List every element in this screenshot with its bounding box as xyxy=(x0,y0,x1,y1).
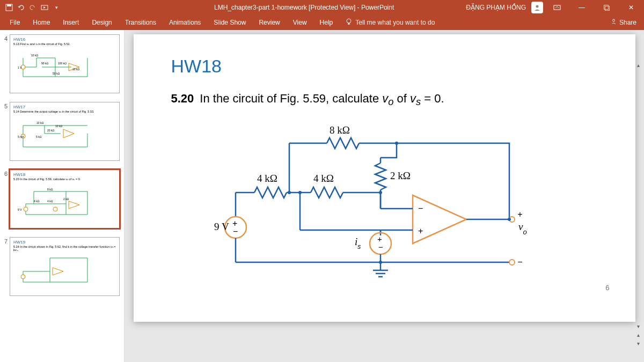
minimize-icon[interactable]: — xyxy=(571,0,592,15)
svg-text:+: + xyxy=(517,210,522,219)
quick-access-toolbar: ▾ xyxy=(0,4,142,11)
problem-statement: 5.20 In the circuit of Fig. 5.59, calcul… xyxy=(171,92,598,108)
window-title: LMH_chapter3-part 1-homework [Protected … xyxy=(142,4,466,11)
thumbnail-preview[interactable]: HW19 5.24 In the circuit shown in Fig. 5… xyxy=(10,237,120,296)
problem-number: 5.20 xyxy=(171,92,194,105)
svg-text:90 kΩ: 90 kΩ xyxy=(41,62,48,65)
svg-text:5 mA: 5 mA xyxy=(18,135,24,138)
svg-text:5 kΩ: 5 kΩ xyxy=(36,135,42,138)
thumbnail-5[interactable]: 5 HW17 5.14 Determine the output voltage… xyxy=(0,100,124,167)
svg-point-9 xyxy=(612,19,614,21)
slide-editor-area[interactable]: HW18 5.20 In the circuit of Fig. 5.59, c… xyxy=(125,30,644,362)
thumbnail-title: HW18 xyxy=(10,170,119,178)
svg-rect-4 xyxy=(554,5,560,10)
qat-dropdown-icon[interactable]: ▾ xyxy=(53,4,60,11)
current-source-label: is xyxy=(355,236,361,250)
svg-point-24 xyxy=(53,207,57,211)
svg-text:10 kΩ: 10 kΩ xyxy=(36,121,43,124)
thumbnail-7[interactable]: 7 HW19 5.24 In the circuit shown in Fig.… xyxy=(0,235,124,302)
output-vo-label: vo xyxy=(518,221,527,236)
svg-point-47 xyxy=(508,218,511,221)
tab-help[interactable]: Help xyxy=(313,15,340,30)
circuit-diagram: 8 kΩ 4 kΩ 4 kΩ 2 kΩ − xyxy=(214,123,558,284)
svg-rect-6 xyxy=(605,6,609,10)
svg-point-48 xyxy=(298,191,302,194)
tab-insert[interactable]: Insert xyxy=(56,15,85,30)
svg-text:100 kΩ: 100 kΩ xyxy=(58,62,67,65)
thumbnail-title: HW19 xyxy=(10,238,119,245)
svg-point-43 xyxy=(288,191,291,194)
start-from-beginning-icon[interactable] xyxy=(41,4,48,11)
close-icon[interactable]: ✕ xyxy=(620,0,642,15)
title-bar: ▾ LMH_chapter3-part 1-homework [Protecte… xyxy=(0,0,644,15)
tab-animations[interactable]: Animations xyxy=(163,15,207,30)
share-button[interactable]: Share xyxy=(603,15,644,30)
scroll-rail: ▴ xyxy=(634,61,643,71)
lightbulb-icon xyxy=(346,18,352,27)
share-label: Share xyxy=(619,19,636,26)
slide-number-badge: 6 xyxy=(605,284,609,292)
svg-text:−: − xyxy=(418,204,423,213)
tab-transitions[interactable]: Transitions xyxy=(119,15,163,30)
thumbnail-number: 6 xyxy=(2,169,10,177)
svg-point-3 xyxy=(536,5,539,8)
svg-text:1 V: 1 V xyxy=(18,66,22,69)
svg-text:50 kΩ: 50 kΩ xyxy=(53,72,60,75)
svg-point-7 xyxy=(347,19,351,23)
svg-text:8 kΩ: 8 kΩ xyxy=(47,188,53,191)
ribbon-display-icon[interactable] xyxy=(546,0,568,15)
thumbnail-4[interactable]: 4 HW16 5.13 Find v₀ and i₀ in the circui… xyxy=(0,32,124,100)
current-slide[interactable]: HW18 5.20 In the circuit of Fig. 5.59, c… xyxy=(134,34,635,322)
share-icon xyxy=(610,18,617,27)
thumbnail-preview[interactable]: HW17 5.14 Determine the output voltage v… xyxy=(10,102,120,161)
slide-thumbnail-panel[interactable]: 4 HW16 5.13 Find v₀ and i₀ in the circui… xyxy=(0,30,125,362)
svg-text:10 kΩ: 10 kΩ xyxy=(55,124,62,128)
tab-review[interactable]: Review xyxy=(252,15,286,30)
tab-home[interactable]: Home xyxy=(26,15,56,30)
save-icon[interactable] xyxy=(5,4,13,11)
thumbnail-preview-active[interactable]: HW18 5.20 In the circuit of Fig. 5.59, c… xyxy=(10,169,120,228)
svg-text:4 kΩ: 4 kΩ xyxy=(47,200,53,203)
svg-point-46 xyxy=(395,142,398,145)
resistor-2k-label: 2 kΩ xyxy=(390,170,411,181)
redo-icon[interactable] xyxy=(29,4,36,11)
avatar-icon[interactable] xyxy=(531,2,543,13)
svg-point-44 xyxy=(379,191,382,194)
svg-rect-1 xyxy=(7,4,11,6)
thumbnail-6[interactable]: 6 HW18 5.20 In the circuit of Fig. 5.59,… xyxy=(0,167,124,235)
thumbnail-number: 7 xyxy=(2,237,10,245)
thumbnail-subtitle: 5.20 In the circuit of Fig. 5.59, calcul… xyxy=(10,178,119,182)
next-slide-icon[interactable]: ▾ xyxy=(634,341,642,348)
maximize-icon[interactable] xyxy=(596,0,617,15)
title-bar-right: ĐẶNG PHẠM HỒNG — ✕ xyxy=(466,0,644,15)
ribbon-tabs: File Home Insert Design Transitions Anim… xyxy=(0,15,644,30)
tab-design[interactable]: Design xyxy=(85,15,118,30)
thumbnail-number: 4 xyxy=(2,34,10,42)
svg-text:−: − xyxy=(233,227,238,236)
undo-icon[interactable] xyxy=(17,4,25,11)
prev-slide-icon[interactable]: ▴ xyxy=(634,332,642,339)
thumbnail-preview[interactable]: HW16 5.13 Find v₀ and i₀ in the circuit … xyxy=(10,34,120,93)
nav-rail: ▾ ▴ ▾ xyxy=(634,322,643,349)
resistor-4k1-label: 4 kΩ xyxy=(257,173,277,184)
scroll-down-icon[interactable]: ▾ xyxy=(634,323,642,331)
svg-text:9 V: 9 V xyxy=(18,208,22,211)
resistor-4k2-label: 4 kΩ xyxy=(313,173,334,184)
svg-text:4 kΩ: 4 kΩ xyxy=(34,200,40,203)
tab-slide-show[interactable]: Slide Show xyxy=(207,15,252,30)
scroll-up-icon[interactable]: ▴ xyxy=(634,62,642,70)
tell-me-label: Tell me what you want to do xyxy=(355,19,435,26)
svg-point-45 xyxy=(379,261,382,264)
svg-text:20 kΩ: 20 kΩ xyxy=(47,129,54,132)
thumbnail-subtitle: 5.13 Find v₀ and i₀ in the circuit of Fi… xyxy=(10,42,119,47)
thumbnail-subtitle: 5.24 In the circuit shown in Fig. 5.62, … xyxy=(10,245,119,253)
svg-rect-8 xyxy=(348,23,350,25)
user-name[interactable]: ĐẶNG PHẠM HỒNG xyxy=(466,4,526,11)
slide-title: HW18 xyxy=(171,56,598,77)
tell-me-search[interactable]: Tell me what you want to do xyxy=(339,15,441,30)
thumbnail-number: 5 xyxy=(2,102,10,109)
thumbnail-subtitle: 5.14 Determine the output voltage v₀ in … xyxy=(10,110,119,114)
svg-rect-5 xyxy=(604,5,608,9)
tab-file[interactable]: File xyxy=(3,15,26,30)
tab-view[interactable]: View xyxy=(287,15,313,30)
